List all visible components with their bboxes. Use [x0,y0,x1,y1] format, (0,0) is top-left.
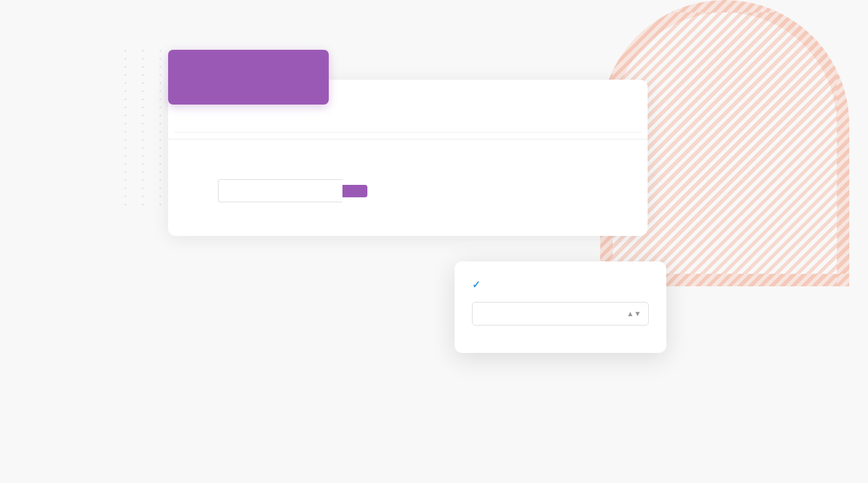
cart-table [174,117,641,133]
popup-select[interactable] [472,302,649,326]
table-wrapper [168,117,648,133]
main-container [168,50,648,236]
apply-coupon-button[interactable] [342,185,367,197]
header-image [212,117,249,133]
popup-checkbox-icon: ✓ [472,279,480,291]
header-quantity [445,117,544,133]
update-cart-button[interactable] [168,50,329,105]
popup-header: ✓ [472,279,649,291]
header-remove [174,117,212,133]
popup-card: ✓ ▲▼ [455,261,666,353]
donation-section [168,139,648,236]
coupon-input[interactable] [218,179,342,202]
popup-select-wrapper: ▲▼ [472,302,649,326]
header-price [347,117,446,133]
table-header-row [174,117,641,133]
header-total [544,117,642,133]
coupon-row [193,167,629,221]
header-product [249,117,347,133]
